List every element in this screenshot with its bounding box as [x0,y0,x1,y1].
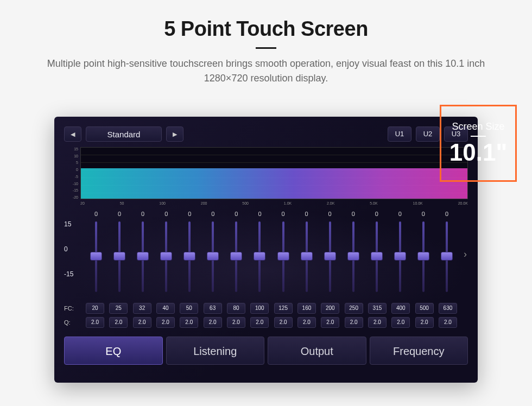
eq-band-slider[interactable] [179,221,200,292]
eq-band-slider[interactable] [86,221,106,292]
eq-band-slider[interactable] [273,221,294,292]
tab-bar: EQListeningOutputFrequency [64,337,468,365]
q-value[interactable]: 2.0 [274,317,293,328]
slider-thumb[interactable] [441,252,453,261]
tab-output[interactable]: Output [268,337,366,365]
eq-band-slider[interactable] [436,221,457,292]
q-value[interactable]: 2.0 [297,317,316,328]
q-value[interactable]: 2.0 [109,317,128,328]
q-value[interactable]: 2.0 [156,317,175,328]
spectrum-y-labels: 151050-5-10-15-20 [66,147,78,199]
eq-band-slider[interactable] [390,221,410,292]
gain-value: 0 [226,211,246,217]
eq-band-slider[interactable] [249,221,270,292]
q-value[interactable]: 2.0 [391,317,410,328]
eq-band-slider[interactable] [156,221,176,292]
q-value[interactable]: 2.0 [227,317,245,328]
gain-value: 0 [436,211,457,217]
fc-value[interactable]: 32 [133,303,151,314]
fc-value[interactable]: 125 [274,303,293,314]
q-value[interactable]: 2.0 [204,317,222,328]
eq-band-slider[interactable] [343,221,364,292]
eq-band-slider[interactable] [366,221,387,292]
user-preset-1-button[interactable]: U1 [388,126,411,142]
spectrum-y-tick: 10 [66,154,78,158]
fc-value[interactable]: 250 [345,303,363,314]
slider-thumb[interactable] [254,252,265,261]
fc-row: 2025324050638010012516020025031540050063… [86,303,457,314]
slider-track [329,221,331,292]
fc-value[interactable]: 63 [204,303,222,314]
eq-band-slider[interactable] [296,221,317,292]
fc-value[interactable]: 200 [321,303,339,314]
gain-value: 0 [86,211,106,217]
gain-value: 0 [273,211,294,217]
badge-value: 10.1" [449,139,508,166]
gain-value-row: 0000000000000000 [86,211,457,217]
slider-thumb[interactable] [301,252,313,261]
fc-value[interactable]: 315 [368,303,387,314]
slider-track [422,221,425,292]
slider-thumb[interactable] [394,252,406,261]
slider-thumb[interactable] [417,252,429,261]
eq-band-slider[interactable] [413,221,434,292]
slider-thumb[interactable] [230,252,242,261]
scale-mid: 0 [64,245,73,270]
eq-band-slider[interactable] [226,221,246,292]
q-value[interactable]: 2.0 [345,317,363,328]
fc-value[interactable]: 40 [156,303,175,314]
spectrum-x-tick: 500 [242,201,249,205]
fc-value[interactable]: 100 [250,303,269,314]
q-value[interactable]: 2.0 [368,317,387,328]
slider-thumb[interactable] [90,252,102,261]
slider-thumb[interactable] [160,252,172,261]
gain-value: 0 [320,211,340,217]
gain-value: 0 [296,211,317,217]
slider-thumb[interactable] [183,252,195,261]
spectrum-x-tick: 100 [159,201,166,205]
tab-eq[interactable]: EQ [64,337,163,365]
q-value[interactable]: 2.0 [180,317,198,328]
slider-track [142,221,144,292]
slider-thumb[interactable] [347,252,359,261]
slider-track [235,221,237,292]
q-value[interactable]: 2.0 [86,317,104,328]
slider-thumb[interactable] [113,252,125,261]
slider-thumb[interactable] [137,252,149,261]
spectrum-fill [81,168,467,199]
gain-value: 0 [249,211,270,217]
q-value[interactable]: 2.0 [415,317,434,328]
q-value[interactable]: 2.0 [133,317,151,328]
fc-value[interactable]: 25 [109,303,128,314]
fc-value[interactable]: 20 [86,303,104,314]
fc-value[interactable]: 160 [297,303,316,314]
tab-frequency[interactable]: Frequency [370,337,468,365]
slider-thumb[interactable] [207,252,219,261]
fc-value[interactable]: 500 [415,303,434,314]
preset-next-button[interactable]: ▶ [166,126,183,142]
q-value[interactable]: 2.0 [250,317,269,328]
q-value[interactable]: 2.0 [321,317,339,328]
preset-name[interactable]: Standard [86,126,162,142]
eq-band-slider[interactable] [202,221,223,292]
gain-value: 0 [413,211,434,217]
slider-page-next-button[interactable]: › [464,249,467,260]
slider-thumb[interactable] [277,252,289,261]
eq-band-slider[interactable] [109,221,130,292]
slider-thumb[interactable] [324,252,336,261]
fc-value[interactable]: 400 [391,303,410,314]
tab-listening[interactable]: Listening [166,337,265,365]
gain-value: 0 [179,211,200,217]
fc-value[interactable]: 50 [180,303,198,314]
eq-band-slider[interactable] [132,221,153,292]
preset-prev-button[interactable]: ◀ [64,126,81,142]
scale-min: -15 [64,270,73,295]
eq-band-slider[interactable] [320,221,340,292]
fc-value[interactable]: 80 [227,303,245,314]
chevron-right-icon: › [464,249,467,259]
fc-value[interactable]: 630 [439,303,457,314]
user-preset-2-button[interactable]: U2 [416,126,440,142]
slider-thumb[interactable] [371,252,383,261]
q-value[interactable]: 2.0 [439,317,457,328]
spectrum-y-tick: -20 [66,195,78,199]
